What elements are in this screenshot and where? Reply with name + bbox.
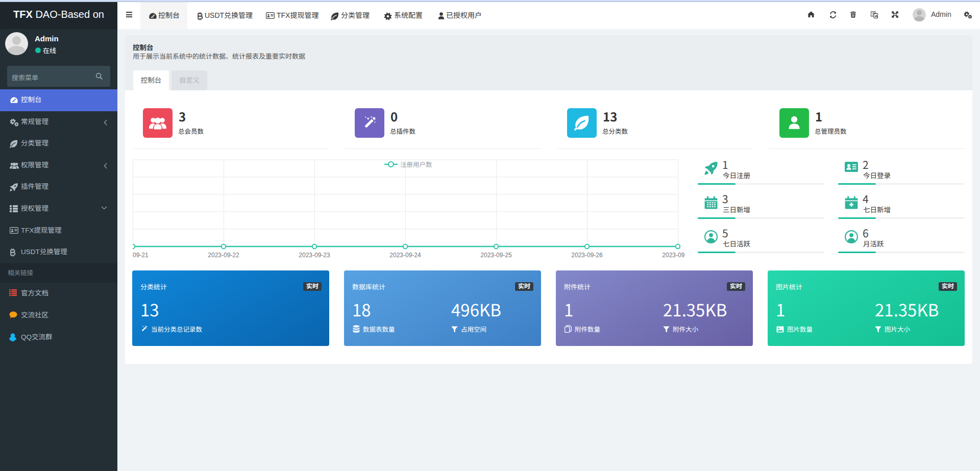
- svg-text:A: A: [875, 14, 878, 18]
- svg-text:2023-09-21: 2023-09-21: [133, 252, 149, 259]
- svg-text:2023-09-27: 2023-09-27: [662, 252, 684, 259]
- svg-text:2023-09-24: 2023-09-24: [389, 252, 421, 259]
- svg-text:注册用户数: 注册用户数: [400, 161, 432, 168]
- svg-text:2023-09-25: 2023-09-25: [480, 252, 512, 259]
- svg-text:2023-09-23: 2023-09-23: [299, 252, 330, 259]
- svg-text:2023-09-26: 2023-09-26: [571, 252, 603, 259]
- svg-text:2023-09-22: 2023-09-22: [208, 252, 239, 259]
